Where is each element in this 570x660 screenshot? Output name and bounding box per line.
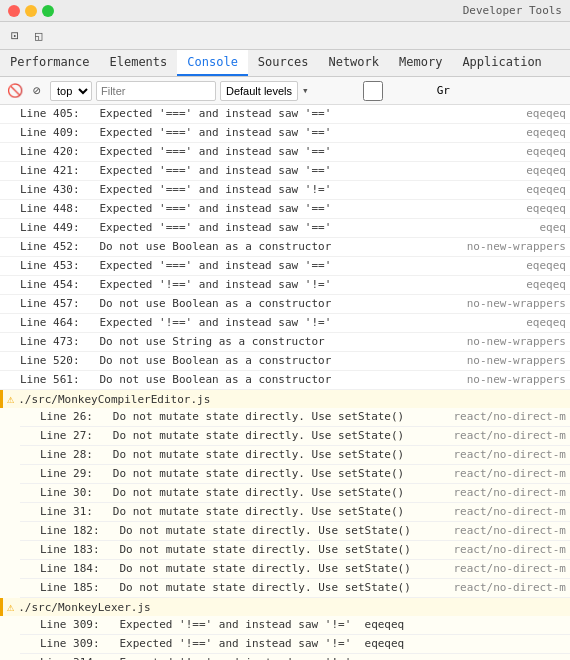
warning-group-2: ⚠ ./src/MonkeyLexer.js Line 309: Expecte… xyxy=(0,598,570,660)
tab-memory[interactable]: Memory xyxy=(389,50,452,76)
dock-icon[interactable]: ◱ xyxy=(30,27,48,45)
table-row: Line 405: Expected '===' and instead saw… xyxy=(0,105,570,124)
table-row: Line 183: Do not mutate state directly. … xyxy=(20,541,570,560)
table-row: Line 420: Expected '===' and instead saw… xyxy=(0,143,570,162)
table-row: Line 449: Expected '===' and instead saw… xyxy=(0,219,570,238)
gr-label: Gr xyxy=(437,84,450,97)
table-row: Line 184: Do not mutate state directly. … xyxy=(20,560,570,579)
table-row: Line 31: Do not mutate state directly. U… xyxy=(20,503,570,522)
clear-console-icon[interactable]: 🚫 xyxy=(6,82,24,100)
table-row: Line 453: Expected '===' and instead saw… xyxy=(0,257,570,276)
filter-input[interactable] xyxy=(96,81,216,101)
table-row: Line 30: Do not mutate state directly. U… xyxy=(20,484,570,503)
warning-file-2: ./src/MonkeyLexer.js xyxy=(18,601,150,614)
warning-header-1[interactable]: ⚠ ./src/MonkeyCompilerEditor.js xyxy=(0,390,570,408)
toolbar-icons-bar: ⊡ ◱ xyxy=(0,22,570,50)
warning-icon: ⚠ xyxy=(7,392,14,406)
table-row: Line 314: Expected '!==' and instead saw… xyxy=(20,654,570,660)
table-row: Line 26: Do not mutate state directly. U… xyxy=(20,408,570,427)
close-button[interactable] xyxy=(8,5,20,17)
tab-sources[interactable]: Sources xyxy=(248,50,319,76)
chevron-down-icon: ▾ xyxy=(302,84,309,97)
table-row: Line 409: Expected '===' and instead saw… xyxy=(0,124,570,143)
table-row: Line 473: Do not use String as a constru… xyxy=(0,333,570,352)
table-row: Line 309: Expected '!==' and instead saw… xyxy=(20,616,570,635)
traffic-lights xyxy=(8,5,54,17)
table-row: Line 448: Expected '===' and instead saw… xyxy=(0,200,570,219)
log-group-1: Line 405: Expected '===' and instead saw… xyxy=(0,105,570,390)
table-row: Line 520: Do not use Boolean as a constr… xyxy=(0,352,570,371)
warning-file-1: ./src/MonkeyCompilerEditor.js xyxy=(18,393,210,406)
tab-performance[interactable]: Performance xyxy=(0,50,99,76)
warning-lines-2: Line 309: Expected '!==' and instead saw… xyxy=(0,616,570,660)
table-row: Line 454: Expected '!==' and instead saw… xyxy=(0,276,570,295)
window-title: Developer Tools xyxy=(62,4,562,17)
table-row: Line 464: Expected '!==' and instead saw… xyxy=(0,314,570,333)
tab-network[interactable]: Network xyxy=(318,50,389,76)
nav-tabs: Performance Elements Console Sources Net… xyxy=(0,50,570,77)
warning-group-1: ⚠ ./src/MonkeyCompilerEditor.js Line 26:… xyxy=(0,390,570,598)
title-bar: Developer Tools xyxy=(0,0,570,22)
context-selector[interactable]: top xyxy=(50,81,92,101)
table-row: Line 29: Do not mutate state directly. U… xyxy=(20,465,570,484)
table-row: Line 182: Do not mutate state directly. … xyxy=(20,522,570,541)
table-row: Line 185: Do not mutate state directly. … xyxy=(20,579,570,598)
table-row: Line 452: Do not use Boolean as a constr… xyxy=(0,238,570,257)
table-row: Line 27: Do not mutate state directly. U… xyxy=(20,427,570,446)
table-row: Line 457: Do not use Boolean as a constr… xyxy=(0,295,570,314)
toggle-filter-icon[interactable]: ⊘ xyxy=(28,82,46,100)
filter-bar: 🚫 ⊘ top Default levels ▾ Gr xyxy=(0,77,570,105)
minimize-button[interactable] xyxy=(25,5,37,17)
toggle-drawer-icon[interactable]: ⊡ xyxy=(6,27,24,45)
warning-lines-1: Line 26: Do not mutate state directly. U… xyxy=(0,408,570,598)
default-levels-button[interactable]: Default levels xyxy=(220,81,298,101)
gr-checkbox[interactable] xyxy=(313,81,433,101)
table-row: Line 309: Expected '!==' and instead saw… xyxy=(20,635,570,654)
table-row: Line 561: Do not use Boolean as a constr… xyxy=(0,371,570,390)
console-content: Line 405: Expected '===' and instead saw… xyxy=(0,105,570,660)
table-row: Line 421: Expected '===' and instead saw… xyxy=(0,162,570,181)
table-row: Line 430: Expected '===' and instead saw… xyxy=(0,181,570,200)
warning-header-2[interactable]: ⚠ ./src/MonkeyLexer.js xyxy=(0,598,570,616)
warning-icon: ⚠ xyxy=(7,600,14,614)
tab-application[interactable]: Application xyxy=(452,50,551,76)
tab-elements[interactable]: Elements xyxy=(99,50,177,76)
table-row: Line 28: Do not mutate state directly. U… xyxy=(20,446,570,465)
tab-console[interactable]: Console xyxy=(177,50,248,76)
maximize-button[interactable] xyxy=(42,5,54,17)
